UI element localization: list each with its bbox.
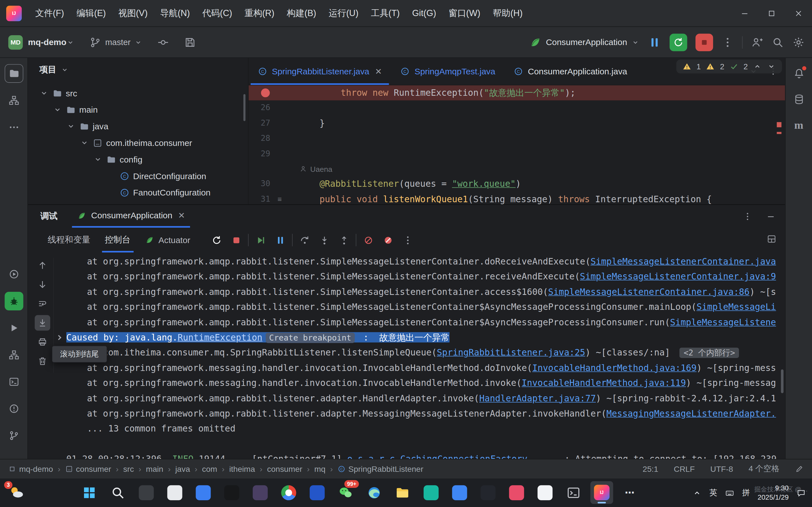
menu-item[interactable]: Git(G) (406, 5, 442, 21)
stack-trace-link[interactable]: SpringRabbitListener.java:25 (437, 347, 585, 358)
windows-start-button[interactable] (78, 481, 101, 504)
debug-tab-线程和变量[interactable]: 线程和变量 (40, 228, 98, 252)
maximize-button[interactable] (758, 0, 785, 27)
terminal-tool-button[interactable] (5, 372, 23, 391)
layout-settings-button[interactable] (766, 234, 777, 246)
branch-selector[interactable]: master (89, 36, 142, 48)
jump-to-next-button[interactable] (35, 277, 50, 292)
menu-item[interactable]: 文件(F) (29, 5, 70, 22)
structure-tool-button[interactable] (5, 91, 23, 110)
editor-gutter[interactable]: 28 (249, 131, 298, 146)
console-line[interactable]: ... 13 common frames omitted (54, 421, 781, 437)
app-teal-button[interactable] (419, 481, 442, 504)
editor-gutter[interactable]: 30 (249, 177, 298, 192)
breadcrumb-item[interactable]: main (146, 464, 163, 473)
breadcrumb-item[interactable]: java (175, 464, 190, 473)
debug-tab-Actuator[interactable]: Actuator (138, 228, 198, 252)
minimize-button[interactable] (731, 0, 758, 27)
close-session-icon[interactable]: ✕ (178, 211, 185, 221)
build-tool-button[interactable] (5, 346, 23, 364)
menu-item[interactable]: 帮助(H) (487, 5, 529, 22)
file-explorer-button[interactable] (391, 481, 414, 504)
pause-program-button[interactable] (273, 232, 288, 248)
pause-program-button[interactable] (648, 36, 661, 49)
rerun-debug-button[interactable] (670, 33, 687, 51)
run-tool-button[interactable] (5, 265, 23, 283)
menu-item[interactable]: 导航(N) (154, 5, 196, 22)
console-output[interactable]: at org.springframework.amqp.rabbit.liste… (54, 254, 781, 459)
weather-widget[interactable]: 3 (5, 481, 28, 504)
editor-gutter[interactable] (249, 86, 298, 101)
more-debug-actions-button[interactable] (400, 232, 416, 248)
hide-panel-button[interactable] (766, 211, 776, 221)
breadcrumb-item[interactable]: CSpringRabbitListener (338, 464, 423, 473)
database-tool-button[interactable] (790, 90, 808, 109)
debug-tab-控制台[interactable]: 控制台 (98, 228, 138, 252)
step-over-button[interactable] (297, 232, 312, 248)
menu-item[interactable]: 代码(C) (196, 5, 239, 22)
readonly-toggle-icon[interactable] (795, 464, 804, 473)
app-terminal-button[interactable] (562, 481, 585, 504)
stack-trace-link[interactable]: MessagingMessageListenerAdapter. (606, 408, 776, 418)
code-line[interactable]: 28 (249, 131, 785, 146)
stack-trace-link[interactable]: o.s.a.r.c.CachingConnectionFactory (347, 454, 527, 459)
keyboard-icon[interactable] (725, 488, 734, 497)
print-button[interactable] (35, 334, 50, 350)
app-red-button[interactable] (505, 481, 528, 504)
code-line[interactable]: 26 (249, 101, 785, 116)
console-line[interactable]: at org.springframework.messaging.handler… (54, 360, 781, 376)
stack-trace-link[interactable]: InvocableHandlerMethod.java:119 (522, 378, 686, 388)
console-line[interactable]: at org.springframework.amqp.rabbit.liste… (54, 315, 781, 330)
breadcrumb-item[interactable]: consumer (267, 464, 302, 473)
app-blue-2-button[interactable] (448, 481, 471, 504)
console-scrollbar[interactable] (781, 369, 783, 393)
console-line[interactable]: at com.itheima.consumer.mq.SpringRabbitL… (54, 345, 781, 360)
breadcrumb-item[interactable]: itheima (229, 464, 255, 473)
line-separator[interactable]: CRLF (674, 464, 695, 473)
code-editor[interactable]: throw new RuntimeException("故意抛出一个异常");2… (249, 86, 785, 204)
scroll-to-end-button[interactable] (35, 315, 50, 331)
tree-item-fanoutconfiguration[interactable]: CFanoutConfiguration (28, 184, 248, 201)
step-out-button[interactable] (336, 232, 352, 248)
tree-item-com.itheima.consumer[interactable]: com.itheima.consumer (28, 135, 248, 151)
view-breakpoints-button[interactable] (380, 232, 396, 248)
debug-session-tab[interactable]: ConsumerApplication ✕ (72, 205, 190, 228)
task-view-button[interactable] (135, 481, 158, 504)
breadcrumb-item[interactable]: com (202, 464, 217, 473)
console-line[interactable]: at org.springframework.amqp.rabbit.liste… (54, 391, 781, 406)
menu-item[interactable]: 运行(U) (322, 5, 364, 22)
code-line[interactable]: 29 (249, 146, 785, 161)
editor-tab[interactable]: CSpringAmqpTest.java (391, 58, 505, 85)
app-camera-button[interactable] (220, 481, 243, 504)
caret-position[interactable]: 25:1 (643, 464, 658, 473)
taskbar-search-button[interactable] (106, 481, 129, 504)
jump-to-previous-button[interactable] (35, 258, 50, 273)
editor-tab[interactable]: CConsumerApplication.java (505, 58, 637, 85)
stack-trace-link[interactable]: SimpleMessageListenerContainer.java (591, 256, 776, 267)
breadcrumb-item[interactable]: mq (314, 464, 326, 473)
stack-trace-link[interactable]: SimpleMessageListenerContainer.java:86 (548, 286, 749, 297)
gutter-menu-icon[interactable]: ≡ (277, 192, 282, 205)
breadcrumb-item[interactable]: consumer (65, 464, 111, 473)
indent-setting[interactable]: 4 个空格 (749, 464, 779, 474)
rerun-debug-button[interactable] (209, 232, 224, 248)
project-tree-scrollbar[interactable] (243, 94, 245, 121)
maven-tool-button[interactable]: m (790, 116, 808, 134)
editor-gutter[interactable]: 29 (249, 146, 298, 161)
taskbar-clock[interactable]: 9:30 2025/1/29 (758, 484, 789, 502)
problems-tool-button[interactable] (5, 399, 23, 418)
app-browser-button[interactable] (277, 481, 300, 504)
app-purple-button[interactable] (249, 481, 271, 504)
save-button[interactable] (184, 36, 196, 48)
run-config-selector[interactable]: ConsumerApplication (529, 36, 640, 48)
intellij-logo-icon[interactable]: IJ (6, 5, 22, 21)
menu-item[interactable]: 构建(B) (281, 5, 322, 22)
console-line[interactable] (54, 437, 781, 452)
console-line[interactable]: Caused by: java.lang.RuntimeExceptionCre… (54, 330, 781, 345)
breakpoint-icon[interactable] (261, 89, 270, 97)
breadcrumb-item[interactable]: mq-demo (8, 464, 53, 473)
mute-breakpoints-button[interactable] (361, 232, 376, 248)
code-line[interactable]: throw new RuntimeException("故意抛出一个异常"); (249, 86, 785, 101)
more-tool-windows-button[interactable] (5, 118, 23, 136)
stack-trace-link[interactable]: SimpleMessageListene (670, 317, 776, 327)
